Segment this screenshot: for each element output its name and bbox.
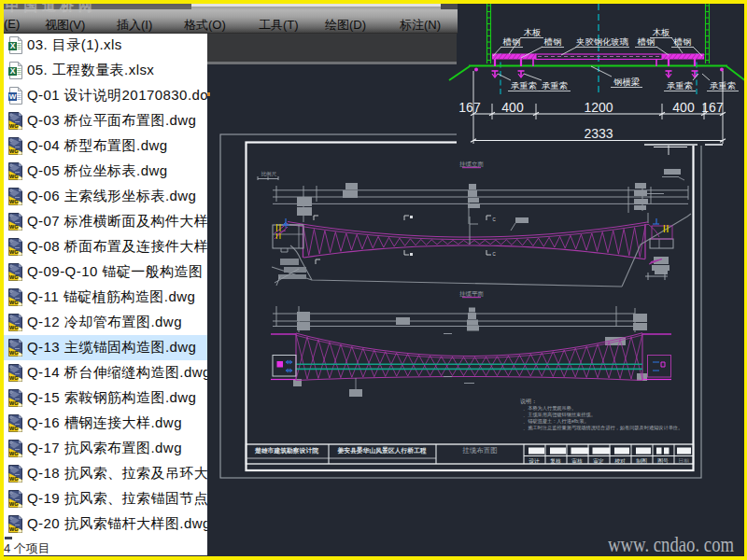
svg-text:、本桥为人行景观吊桥。: 、本桥为人行景观吊桥。 <box>523 405 576 412</box>
svg-text:WG: WG <box>9 174 18 179</box>
svg-text:、施工时注意监控量测与现场情况结合进行，如有问题及时通知设计: 、施工时注意监控量测与现场情况结合进行，如有问题及时通知设计单位。 <box>523 425 683 431</box>
svg-text:挂缆平面: 挂缆平面 <box>459 290 485 298</box>
svg-text:C: C <box>492 217 496 222</box>
svg-text:C: C <box>492 252 496 257</box>
svg-text:、锚碇混凝土：人行道efb;装。: 、锚碇混凝土：人行道efb;装。 <box>523 418 589 425</box>
svg-text:WG: WG <box>9 426 18 431</box>
svg-text:WG: WG <box>9 224 18 230</box>
svg-text:设计: 设计 <box>529 457 540 464</box>
svg-text:挂缆布置图: 挂缆布置图 <box>461 446 498 455</box>
svg-text:挂缆立面: 挂缆立面 <box>459 161 485 168</box>
svg-text:说明：: 说明： <box>520 399 537 405</box>
svg-text:槽钢: 槽钢 <box>637 37 655 47</box>
svg-text:WG: WG <box>9 375 18 381</box>
svg-text:X: X <box>10 41 16 50</box>
svg-text:木板: 木板 <box>653 28 670 37</box>
svg-text:制图: 制图 <box>636 457 647 465</box>
svg-text:400: 400 <box>672 100 695 115</box>
svg-text:WG: WG <box>9 300 18 305</box>
svg-text:WG: WG <box>9 451 18 456</box>
svg-text:X: X <box>10 66 16 76</box>
svg-text:图号: 图号 <box>657 457 669 465</box>
svg-text:夹胶钢化玻璃: 夹胶钢化玻璃 <box>576 37 628 47</box>
svg-text:1200: 1200 <box>584 100 613 115</box>
svg-text:WG: WG <box>9 476 18 482</box>
svg-text:木板: 木板 <box>524 28 542 37</box>
svg-text:日期: 日期 <box>678 458 689 465</box>
svg-text:400: 400 <box>501 100 524 115</box>
svg-text:楚雄市建筑勘察设计院: 楚雄市建筑勘察设计院 <box>254 446 318 455</box>
svg-text:槽钢: 槽钢 <box>543 37 562 47</box>
svg-text:钢横梁: 钢横梁 <box>613 77 640 87</box>
svg-text:WG: WG <box>9 350 18 356</box>
svg-text:WG: WG <box>9 274 18 280</box>
svg-text:审核: 审核 <box>571 457 583 464</box>
svg-text:审定: 审定 <box>593 457 604 465</box>
svg-text:WG: WG <box>9 501 18 507</box>
svg-text:167: 167 <box>458 100 481 115</box>
svg-text:WG: WG <box>9 400 18 406</box>
svg-text:2333: 2333 <box>584 126 613 141</box>
svg-text:、主缆采用高强镀锌钢丝束挂缆。: 、主缆采用高强镀锌钢丝束挂缆。 <box>523 412 596 418</box>
svg-text:比例尺: 比例尺 <box>261 171 277 177</box>
svg-text:W: W <box>9 92 17 101</box>
svg-text:WG: WG <box>9 526 18 532</box>
svg-text:承重索: 承重索 <box>511 81 537 91</box>
svg-text:姜安县晏华山风景区人行桥工程: 姜安县晏华山风景区人行桥工程 <box>337 446 426 455</box>
svg-text:承重索: 承重索 <box>667 81 693 91</box>
svg-text:167: 167 <box>701 100 724 115</box>
svg-text:校对: 校对 <box>613 458 626 464</box>
svg-text:槽钢: 槽钢 <box>673 37 692 47</box>
svg-text:复核: 复核 <box>550 458 561 465</box>
svg-text:WG: WG <box>9 199 18 204</box>
svg-text:WG: WG <box>9 249 18 255</box>
svg-text:承重索: 承重索 <box>542 81 568 91</box>
svg-text:WG: WG <box>9 325 18 330</box>
svg-text:WG: WG <box>9 123 18 129</box>
svg-text:WG: WG <box>9 148 18 154</box>
